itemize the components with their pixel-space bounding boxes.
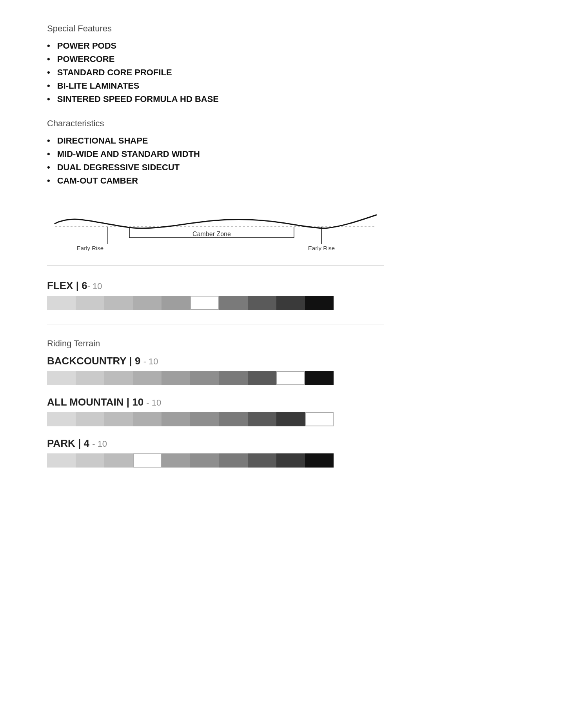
park-bar [47,453,384,468]
riding-terrain-title: Riding Terrain [47,338,384,349]
backcountry-item: BACKCOUNTRY | 9 - 10 [47,355,384,385]
special-features-list: POWER PODS POWERCORE STANDARD CORE PROFI… [47,41,384,104]
list-item: MID-WIDE AND STANDARD WIDTH [47,149,384,159]
list-item: POWER PODS [47,41,384,51]
svg-text:Early Rise: Early Rise [77,245,103,251]
backcountry-bar [47,371,384,385]
flex-bar [47,296,384,310]
divider-2 [47,324,384,324]
characteristics-section: Characteristics DIRECTIONAL SHAPE MID-WI… [47,118,384,186]
list-item: POWERCORE [47,54,384,64]
riding-terrain-section: Riding Terrain BACKCOUNTRY | 9 - 10 [47,338,384,468]
list-item: SINTERED SPEED FORMULA HD BASE [47,94,384,104]
svg-text:Early Rise: Early Rise [308,245,335,251]
backcountry-label: BACKCOUNTRY | 9 - 10 [47,355,384,367]
camber-diagram: Camber Zone Early Rise Early Rise [47,200,384,251]
list-item: BI-LITE LAMINATES [47,81,384,91]
list-item: CAM-OUT CAMBER [47,176,384,186]
special-features-section: Special Features POWER PODS POWERCORE ST… [47,24,384,104]
all-mountain-label: ALL MOUNTAIN | 10 - 10 [47,396,384,408]
svg-text:Camber Zone: Camber Zone [192,231,231,237]
list-item: DIRECTIONAL SHAPE [47,136,384,146]
characteristics-title: Characteristics [47,118,384,129]
park-label: PARK | 4 - 10 [47,437,384,449]
park-item: PARK | 4 - 10 [47,437,384,468]
all-mountain-item: ALL MOUNTAIN | 10 - 10 [47,396,384,426]
flex-section: FLEX | 6- 10 [47,280,384,310]
flex-label: FLEX | 6- 10 [47,280,384,292]
characteristics-list: DIRECTIONAL SHAPE MID-WIDE AND STANDARD … [47,136,384,186]
list-item: DUAL DEGRESSIVE SIDECUT [47,162,384,173]
divider-1 [47,265,384,266]
special-features-title: Special Features [47,24,384,34]
list-item: STANDARD CORE PROFILE [47,67,384,78]
all-mountain-bar [47,412,384,426]
